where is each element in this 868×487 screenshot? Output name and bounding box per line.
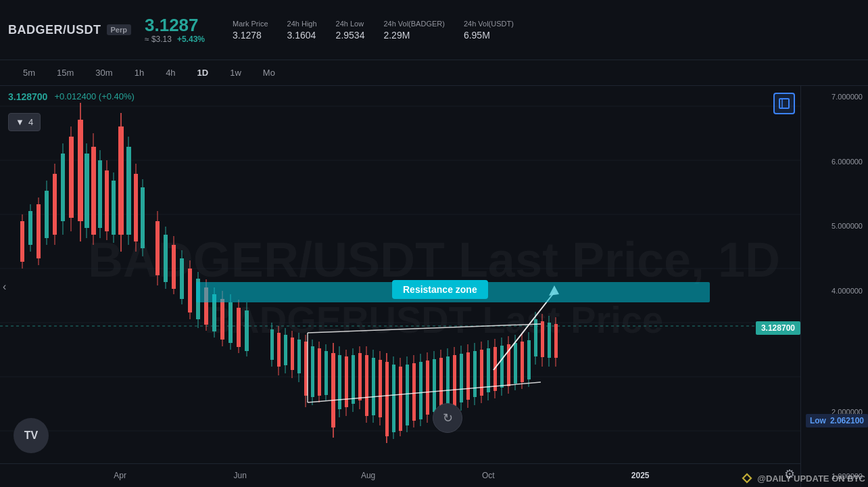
price-change: +5.43% <box>177 34 205 44</box>
undo-button[interactable]: ↻ <box>433 403 462 433</box>
price-block: 3.1287 ≈ $3.13 +5.43% <box>145 16 219 45</box>
stat-24h-high: 24h High 3.1604 <box>287 20 317 41</box>
y-label-6: 6.000000 <box>806 158 863 166</box>
symbol-name: BADGER/USDT <box>8 23 101 37</box>
indicator-button[interactable]: ▼ 4 <box>8 113 41 131</box>
tf-1h[interactable]: 1h <box>125 65 153 80</box>
indicator-count: 4 <box>28 117 33 127</box>
symbol-block: BADGER/USDT Perp <box>8 23 131 37</box>
stat-24h-low-value: 2.9534 <box>336 30 365 41</box>
stat-24h-vol-usdt: 24h Vol(USDT) 6.95M <box>464 20 514 41</box>
left-collapse-arrow[interactable]: ‹ <box>0 275 9 298</box>
perp-badge: Perp <box>107 24 131 35</box>
tf-4h[interactable]: 4h <box>156 65 185 80</box>
stat-24h-vol-badger: 24h Vol(BADGER) 2.29M <box>383 20 444 41</box>
stat-24h-low-label: 24h Low <box>336 20 365 28</box>
price-usd: ≈ $3.13 <box>145 34 172 44</box>
stat-24h-low: 24h Low 2.9534 <box>336 20 365 41</box>
stat-mark-price: Mark Price 3.1278 <box>233 20 268 41</box>
expand-button[interactable] <box>773 93 795 114</box>
low-value: 2.062100 <box>830 416 864 425</box>
tf-30m[interactable]: 30m <box>86 65 122 80</box>
x-axis: Apr Jun Aug Oct 2025 <box>0 463 800 487</box>
main-price: 3.1287 <box>145 16 219 35</box>
tf-1w[interactable]: 1w <box>220 65 251 80</box>
diamond-icon <box>741 472 753 484</box>
chart-price-change: +0.012400 (+0.40%) <box>54 91 135 102</box>
tradingview-logo: TV <box>14 418 49 453</box>
x-label-jun: Jun <box>234 471 247 480</box>
y-label-5: 5.000000 <box>806 222 863 230</box>
stat-24h-high-value: 3.1604 <box>287 30 317 41</box>
chart-price-label: 3.128700 +0.012400 (+0.40%) <box>8 91 135 102</box>
header: BADGER/USDT Perp 3.1287 ≈ $3.13 +5.43% M… <box>0 0 868 60</box>
candles-consolidation <box>270 312 558 443</box>
bottom-watermark: @DAILY UPDATE ON BTC <box>741 472 868 484</box>
stats-block: Mark Price 3.1278 24h High 3.1604 24h Lo… <box>233 20 860 41</box>
tf-15m[interactable]: 15m <box>47 65 83 80</box>
x-label-apr: Apr <box>114 471 126 480</box>
resistance-zone-bar <box>196 282 710 302</box>
stat-mark-price-value: 3.1278 <box>233 30 268 41</box>
chart-svg <box>0 86 800 463</box>
bottom-watermark-text: @DAILY UPDATE ON BTC <box>757 473 865 484</box>
tf-1d[interactable]: 1D <box>188 65 218 80</box>
tf-5m[interactable]: 5m <box>14 65 45 80</box>
expand-icon <box>779 98 790 109</box>
y-label-7: 7.000000 <box>806 93 863 101</box>
chevron-down-icon: ▼ <box>16 117 24 127</box>
stat-24h-vol-usdt-value: 6.95M <box>464 30 514 41</box>
low-label: Low <box>810 416 826 425</box>
tf-mo[interactable]: Mo <box>254 65 285 80</box>
svg-rect-155 <box>779 99 789 108</box>
stat-24h-vol-badger-label: 24h Vol(BADGER) <box>383 20 444 28</box>
x-label-2025: 2025 <box>631 471 650 480</box>
stat-24h-vol-badger-value: 2.29M <box>383 30 444 41</box>
chart-container: BADGER/USDT Last Price, 1D BADGERUSDT La… <box>0 86 868 487</box>
stat-mark-price-label: Mark Price <box>233 20 268 28</box>
stat-24h-vol-usdt-label: 24h Vol(USDT) <box>464 20 514 28</box>
x-label-oct: Oct <box>482 471 495 480</box>
x-label-aug: Aug <box>361 471 375 480</box>
price-sub: ≈ $3.13 +5.43% <box>145 34 219 44</box>
timeframe-bar: 5m 15m 30m 1h 4h 1D 1w Mo <box>0 60 868 86</box>
chart-current-price: 3.128700 <box>8 91 47 102</box>
y-label-4: 4.000000 <box>806 287 863 295</box>
low-badge: Low 2.062100 <box>806 414 868 427</box>
price-badge: 3.128700 <box>756 321 800 335</box>
stat-24h-high-label: 24h High <box>287 20 317 28</box>
